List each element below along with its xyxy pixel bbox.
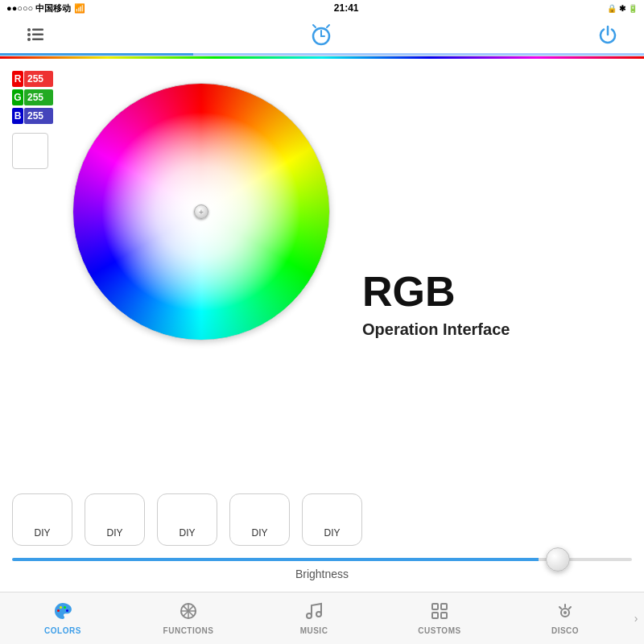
diy-button-4[interactable]: DIY [229, 493, 290, 546]
diy-button-3[interactable]: DIY [157, 493, 217, 546]
status-bar: ●●○○○ 中国移动 📶 21:41 🔒 ✱ 🔋 [0, 0, 644, 16]
svg-point-12 [60, 606, 62, 609]
r-row: R 255 [12, 71, 53, 87]
svg-point-27 [564, 611, 567, 614]
wifi-icon: 📶 [74, 3, 85, 14]
battery-icon: 🔋 [628, 4, 638, 13]
svg-point-4 [27, 38, 31, 41]
svg-rect-1 [32, 28, 43, 31]
brightness-thumb[interactable] [546, 547, 570, 572]
tab-customs-label: CUSTOMS [418, 626, 460, 635]
main-title: RGB [362, 270, 456, 312]
svg-point-14 [66, 609, 68, 612]
menu-button[interactable] [24, 23, 47, 49]
tab-colors[interactable]: COLORS [0, 592, 126, 644]
status-carrier: ●●○○○ 中国移动 📶 [6, 2, 85, 14]
bluetooth-icon: ✱ [619, 4, 625, 13]
disco-icon [555, 601, 575, 624]
customs-icon [430, 601, 449, 624]
g-row: G 255 [12, 89, 53, 105]
right-text-panel: RGB Operation Interface [346, 67, 632, 477]
svg-line-10 [327, 25, 329, 27]
subtitle-text: Operation Interface [362, 320, 510, 339]
tab-disco[interactable]: DISCO [502, 592, 628, 644]
brightness-section: Brightness [0, 546, 644, 584]
r-value: 255 [24, 71, 53, 87]
left-panel: R 255 G 255 B 255 [12, 67, 64, 477]
diy-button-1[interactable]: DIY [12, 493, 72, 546]
wheel-center-handle[interactable]: + [194, 204, 208, 219]
color-preview [12, 133, 48, 169]
svg-line-9 [313, 25, 316, 27]
music-icon [304, 601, 324, 624]
tab-colors-label: COLORS [44, 626, 81, 635]
b-row: B 255 [12, 108, 53, 124]
tab-music-label: MUSIC [300, 626, 328, 635]
status-right: 🔒 ✱ 🔋 [607, 4, 638, 13]
g-label: G [12, 89, 23, 105]
diy-button-5[interactable]: DIY [302, 493, 362, 546]
power-icon[interactable] [596, 23, 620, 50]
svg-rect-5 [32, 38, 43, 40]
svg-point-0 [27, 28, 31, 31]
svg-point-13 [64, 606, 66, 609]
svg-point-21 [316, 612, 321, 617]
main-content: R 255 G 255 B 255 + RGB Operation Interf… [0, 59, 644, 485]
r-label: R [12, 71, 23, 87]
functions-icon [179, 601, 198, 624]
tab-functions[interactable]: FUNCTIONS [126, 592, 251, 644]
diy-section: DIY DIY DIY DIY DIY [0, 485, 644, 546]
tab-disco-label: DISCO [551, 626, 579, 635]
svg-rect-23 [441, 604, 447, 609]
tab-customs[interactable]: CUSTOMS [377, 592, 502, 644]
svg-point-11 [57, 609, 60, 612]
lock-icon: 🔒 [607, 4, 617, 13]
tab-bar: COLORS FUNCTIONS MUSIC [0, 592, 644, 644]
tab-music[interactable]: MUSIC [251, 592, 377, 644]
alarm-icon[interactable] [309, 23, 333, 50]
nav-bar [0, 16, 644, 56]
color-wheel-container[interactable]: + [72, 83, 346, 357]
svg-point-20 [307, 613, 312, 618]
b-value: 255 [24, 108, 53, 124]
svg-rect-22 [432, 604, 438, 609]
color-wheel[interactable]: + [72, 83, 330, 341]
svg-rect-24 [432, 613, 438, 618]
b-label: B [12, 108, 23, 124]
tab-functions-label: FUNCTIONS [163, 626, 214, 635]
svg-rect-25 [441, 613, 447, 618]
carrier-text: ●●○○○ 中国移动 [6, 2, 71, 14]
brightness-track[interactable] [12, 558, 632, 561]
brightness-label: Brightness [12, 568, 632, 580]
colors-icon [53, 601, 72, 624]
tab-next-arrow[interactable]: › [628, 592, 644, 644]
svg-rect-3 [32, 33, 43, 35]
svg-point-2 [27, 33, 31, 36]
status-time: 21:41 [334, 2, 359, 14]
g-value: 255 [24, 89, 53, 105]
diy-button-2[interactable]: DIY [85, 493, 145, 546]
